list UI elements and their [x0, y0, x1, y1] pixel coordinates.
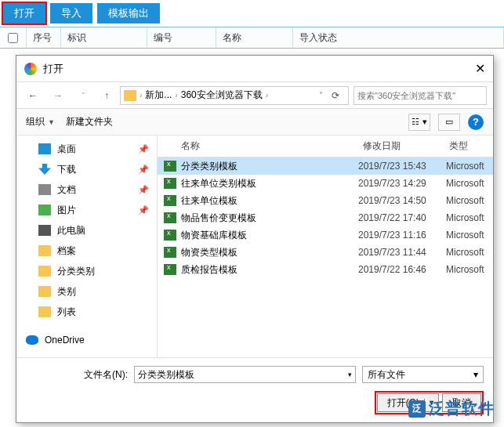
file-type: Microsoft [446, 195, 493, 206]
sidebar-item-archive[interactable]: 档案 [16, 241, 157, 261]
file-type: Microsoft [446, 212, 493, 223]
file-name: 物资基础库模板 [181, 229, 358, 242]
open-button[interactable]: 打开 [3, 3, 45, 24]
sidebar-item-pictures[interactable]: 图片📌 [16, 200, 157, 220]
filetype-select[interactable]: 所有文件▾ [362, 366, 484, 383]
pin-icon: 📌 [138, 144, 149, 154]
cloud-icon [26, 335, 38, 345]
search-input[interactable] [357, 91, 483, 100]
excel-icon [164, 161, 176, 172]
watermark: 泛 泛普软件 [408, 398, 495, 419]
file-row[interactable]: 物资基础库模板2019/7/23 11:16Microsoft [158, 226, 493, 244]
nav-back-icon[interactable]: ← [23, 85, 43, 106]
file-row[interactable]: 物品售价变更模板2019/7/22 17:40Microsoft [158, 209, 493, 226]
file-row[interactable]: 往来单位模板2019/7/23 14:50Microsoft [158, 192, 493, 209]
pc-icon [38, 225, 51, 236]
refresh-icon[interactable]: ⟳ [326, 90, 345, 101]
logo-icon: 泛 [408, 400, 426, 418]
col-modified[interactable]: 修改日期 [363, 139, 449, 153]
folder-icon [38, 286, 51, 297]
pin-icon: 📌 [138, 165, 149, 175]
close-icon[interactable]: ✕ [475, 61, 485, 76]
file-name: 分类类别模板 [181, 160, 358, 173]
download-icon [38, 164, 51, 175]
picture-icon [38, 204, 51, 215]
organize-menu[interactable]: 组织 [26, 115, 45, 128]
grid-header: 序号 标识 编号 名称 导入状态 [0, 27, 504, 49]
sidebar-item-pc[interactable]: 此电脑 [16, 220, 157, 241]
folder-icon [38, 245, 51, 256]
file-date: 2019/7/22 17:40 [358, 212, 446, 223]
nav-up-icon[interactable]: ↑ [98, 87, 115, 104]
sidebar-item-downloads[interactable]: 下载📌 [16, 159, 157, 179]
file-open-dialog: 打开 ✕ ← → ˅ ↑ › 新加... › 360安全浏览器下载 › ˅ ⟳ … [16, 55, 494, 423]
col-filename[interactable]: 名称 [181, 139, 363, 153]
new-folder-button[interactable]: 新建文件夹 [66, 115, 113, 128]
file-date: 2019/7/23 11:16 [358, 230, 446, 241]
desktop-icon [38, 143, 51, 154]
sidebar-item-onedrive[interactable]: OneDrive [16, 330, 157, 350]
template-output-button[interactable]: 模板输出 [97, 3, 160, 24]
excel-icon [164, 247, 176, 258]
filename-input[interactable]: 分类类别模板▾ [134, 366, 356, 383]
file-date: 2019/7/23 14:50 [358, 195, 446, 206]
file-list: 分类类别模板2019/7/23 15:43Microsoft往来单位类别模板20… [158, 157, 493, 357]
col-name[interactable]: 名称 [216, 27, 293, 48]
file-date: 2019/7/23 11:44 [358, 247, 446, 258]
file-row[interactable]: 分类类别模板2019/7/23 15:43Microsoft [158, 157, 493, 175]
view-mode-button[interactable]: ☷ ▾ [408, 114, 430, 131]
dialog-title: 打开 [43, 62, 63, 76]
document-icon [38, 184, 51, 195]
file-row[interactable]: 物资类型模板2019/7/23 11:44Microsoft [158, 244, 493, 261]
preview-pane-button[interactable]: ▭ [438, 114, 460, 131]
file-name: 往来单位类别模板 [181, 177, 358, 190]
file-type: Microsoft [446, 264, 493, 275]
file-type: Microsoft [446, 247, 493, 258]
nav-recent-icon[interactable]: ˅ [73, 85, 93, 106]
chevron-down-icon[interactable]: ▼ [48, 118, 55, 126]
app-logo-icon [24, 63, 37, 75]
col-status[interactable]: 导入状态 [293, 27, 504, 48]
sidebar-item-kind[interactable]: 类别 [16, 281, 157, 302]
file-list-header: 名称 修改日期 类型 [158, 136, 493, 157]
file-type: Microsoft [446, 161, 493, 172]
file-date: 2019/7/23 14:29 [358, 178, 446, 189]
file-name: 往来单位模板 [181, 194, 358, 208]
file-row[interactable]: 质检报告模板2019/7/22 16:46Microsoft [158, 261, 493, 278]
import-button[interactable]: 导入 [50, 3, 92, 24]
file-type: Microsoft [446, 178, 493, 189]
crumb-segment[interactable]: 新加... [145, 89, 172, 102]
breadcrumb[interactable]: › 新加... › 360安全浏览器下载 › ˅ ⟳ [120, 86, 349, 105]
select-all-checkbox[interactable] [8, 33, 18, 43]
pin-icon: 📌 [138, 205, 149, 215]
folder-icon [124, 90, 136, 101]
help-icon[interactable]: ? [468, 114, 484, 130]
crumb-segment[interactable]: 360安全浏览器下载 [181, 89, 263, 102]
file-row[interactable]: 往来单位类别模板2019/7/23 14:29Microsoft [158, 175, 493, 192]
sidebar-item-desktop[interactable]: 桌面📌 [16, 139, 157, 159]
chevron-down-icon[interactable]: ˅ [319, 91, 323, 100]
sidebar-item-category[interactable]: 分类类别 [16, 261, 157, 281]
chevron-right-icon: › [266, 91, 268, 100]
nav-forward-icon[interactable]: → [48, 85, 68, 106]
file-date: 2019/7/22 16:46 [358, 264, 446, 275]
file-name: 质检报告模板 [181, 263, 358, 277]
excel-icon [164, 212, 176, 223]
col-seq[interactable]: 序号 [27, 27, 61, 48]
excel-icon [164, 230, 176, 241]
filename-label: 文件名(N): [26, 368, 128, 382]
sidebar-item-list[interactable]: 列表 [16, 302, 157, 322]
sidebar-item-documents[interactable]: 文档📌 [16, 179, 157, 200]
excel-icon [164, 264, 176, 275]
chevron-right-icon: › [175, 91, 177, 100]
excel-icon [164, 178, 176, 189]
sidebar: 桌面📌 下载📌 文档📌 图片📌 此电脑 档案 分类类别 类别 列表 OneDri… [16, 136, 158, 357]
pin-icon: 📌 [138, 185, 149, 195]
col-type[interactable]: 类型 [449, 139, 493, 153]
file-date: 2019/7/23 15:43 [358, 161, 446, 172]
col-num[interactable]: 编号 [147, 27, 216, 48]
search-box[interactable] [354, 86, 487, 105]
file-type: Microsoft [446, 230, 493, 241]
chevron-down-icon[interactable]: ▾ [348, 371, 352, 378]
col-label[interactable]: 标识 [61, 27, 147, 48]
